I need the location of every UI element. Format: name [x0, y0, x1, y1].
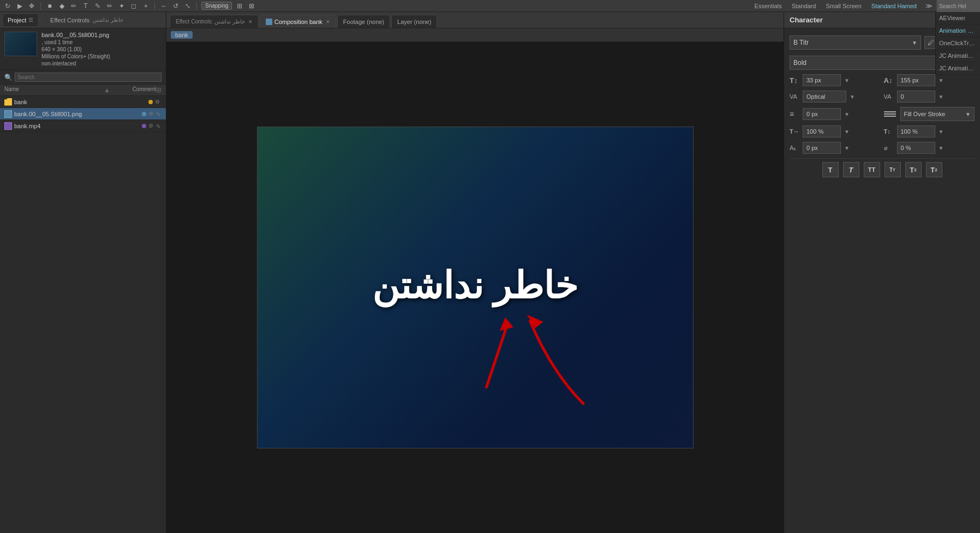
- snapping-icon-1[interactable]: ⊞: [235, 2, 244, 10]
- comp-tab-layer[interactable]: Layer (none): [391, 15, 437, 28]
- font-size-box[interactable]: 33 px: [803, 74, 841, 86]
- workspace-standard[interactable]: Standard: [790, 0, 818, 12]
- note-icon-video: ✎: [156, 123, 162, 129]
- fill-stroke-select[interactable]: Fill Over Stroke ▼: [900, 107, 975, 121]
- toolbar-icon-5[interactable]: ◆: [57, 2, 66, 10]
- proportion-box[interactable]: 0 %: [897, 142, 935, 154]
- workspace-standard-hamed[interactable]: Standard Hamed: [869, 0, 919, 12]
- tt-btn-tt[interactable]: TT: [864, 162, 880, 177]
- comp-icon: [266, 19, 272, 25]
- effect-ctrl-label: Effect Controls: خاطر نداشتن: [176, 19, 245, 25]
- toolbar-icon-2[interactable]: ▶: [15, 2, 24, 10]
- sep3: [196, 2, 197, 10]
- toolbar-icon-camera[interactable]: ⌖: [141, 2, 150, 10]
- stroke-line-3: [884, 116, 896, 117]
- scale-h-icon: T↔: [790, 128, 800, 135]
- kerning-value-box[interactable]: 0: [897, 91, 935, 103]
- panel-tabs: Project ☰ | Effect Controls خاطر نداشتن: [0, 12, 166, 28]
- file-item-bank[interactable]: bank ⚙: [0, 96, 166, 108]
- overlay-jc2[interactable]: JC Animation Cre...: [936, 62, 980, 75]
- font-size-dropdown[interactable]: ▼: [844, 77, 850, 83]
- canvas-area[interactable]: خاطر نداشتن: [166, 42, 784, 533]
- search-top[interactable]: Search Hel: [936, 0, 980, 12]
- scale-h-dropdown[interactable]: ▼: [844, 129, 850, 135]
- bank-pill[interactable]: bank: [171, 31, 193, 39]
- tab-project[interactable]: Project ☰: [3, 14, 38, 26]
- file-item-still[interactable]: bank.00__05.Still001.png ⚙ ✎: [0, 108, 166, 120]
- scale-v-dropdown[interactable]: ▼: [939, 129, 944, 135]
- left-panel: Project ☰ | Effect Controls خاطر نداشتن …: [0, 12, 166, 533]
- toolbar-icon-rotate[interactable]: ↺: [171, 2, 180, 10]
- overlay-animation-comp[interactable]: Animation Comp...: [936, 25, 980, 37]
- baseline-box[interactable]: 0 px: [803, 142, 841, 154]
- scale-v-icon: T↕: [884, 128, 895, 135]
- toolbar-icon-stamp[interactable]: ✦: [117, 2, 126, 10]
- overlay-jc1[interactable]: JC Animation Cre...: [936, 50, 980, 62]
- scale-h-box[interactable]: 100 %: [803, 125, 841, 137]
- toolbar-icon-brush[interactable]: ✏: [105, 2, 114, 10]
- file-name-video: bank.mp4: [14, 123, 142, 129]
- search-input[interactable]: [15, 73, 162, 82]
- svg-marker-2: [527, 315, 543, 328]
- toolbar-icon-move[interactable]: ↔: [159, 2, 168, 10]
- tt-btn-italic[interactable]: T: [843, 162, 859, 177]
- comp-tab-footage[interactable]: Footage (none): [337, 15, 390, 28]
- toolbar-icon-pen2[interactable]: ✎: [93, 2, 102, 10]
- toolbar-icon-pen[interactable]: ✏: [69, 2, 78, 10]
- gear-icon-bank[interactable]: ⚙: [155, 99, 162, 105]
- toolbar-icon-t[interactable]: T: [81, 2, 90, 10]
- overlay-aeviewer[interactable]: AEViewer: [936, 12, 980, 25]
- sort-asc-icon[interactable]: ▲: [104, 86, 110, 94]
- comp-tab-effect[interactable]: Effect Controls: خاطر نداشتن ✕: [170, 15, 259, 28]
- workspace-essentials[interactable]: Essentials: [752, 0, 784, 12]
- scale-v-box[interactable]: 100 %: [897, 125, 935, 137]
- stroke-line-1: [884, 111, 896, 112]
- file-item-video[interactable]: bank.mp4 ⚙ ✎: [0, 120, 166, 132]
- baseline-dropdown[interactable]: ▼: [844, 145, 850, 151]
- eyedropper-icon: 🖊: [928, 39, 934, 46]
- overlay-oneclick[interactable]: OneClickTransiti...: [936, 37, 980, 50]
- size-tracking-row: T↕ 33 px ▼ A↕ 155 px ▼: [790, 74, 975, 86]
- font-size-item: T↕ 33 px ▼: [790, 74, 881, 86]
- tracking-box[interactable]: 155 px: [897, 74, 935, 86]
- tt-btn-super[interactable]: T2: [905, 162, 922, 177]
- leading-box[interactable]: 0 px: [803, 108, 841, 120]
- toolbar-icon-scale[interactable]: ⤡: [183, 2, 192, 10]
- toolbar-icon-eraser[interactable]: ◻: [129, 2, 138, 10]
- proportion-dropdown[interactable]: ▼: [939, 145, 944, 151]
- font-name-select[interactable]: B Titr ▼: [790, 35, 921, 50]
- comp-tab-bank[interactable]: Composition bank ✕: [260, 15, 336, 28]
- folder-icon: [4, 98, 12, 106]
- proportion-icon: ⌀: [884, 145, 895, 152]
- kerning-item: VA Optical ▼: [790, 91, 881, 103]
- tt-btn-smallcaps[interactable]: TT: [885, 162, 901, 177]
- toolbar-icon-3[interactable]: ✥: [27, 2, 36, 10]
- kerning-box[interactable]: Optical: [803, 91, 846, 103]
- comp-tab-close[interactable]: ✕: [326, 19, 330, 25]
- gear-icon-still[interactable]: ⚙: [148, 111, 155, 117]
- snapping-button[interactable]: Snapping: [201, 2, 232, 10]
- baseline-item: A₂ 0 px ▼: [790, 142, 881, 154]
- toolbar-icon-4[interactable]: ■: [45, 2, 54, 10]
- kerning-val-dropdown[interactable]: ▼: [939, 94, 944, 100]
- gear-icon-video[interactable]: ⚙: [148, 123, 155, 129]
- add-item-btn[interactable]: ⊞: [156, 86, 162, 94]
- leading-row: ≡ 0 px ▼ Fill Over Stroke ▼: [790, 107, 975, 121]
- file-detail-0: , used 1 time: [41, 39, 110, 45]
- tracking-dropdown[interactable]: ▼: [939, 77, 944, 83]
- leading-dropdown[interactable]: ▼: [844, 111, 850, 117]
- workspace-more[interactable]: ≫: [924, 2, 933, 10]
- toolbar-icon-1[interactable]: ↻: [3, 2, 12, 10]
- subtitle-tabs: bank: [166, 28, 784, 42]
- video-icon: [4, 122, 12, 130]
- tt-btn-bold[interactable]: T: [822, 162, 839, 177]
- search-row: 🔍: [0, 70, 166, 85]
- project-menu[interactable]: ☰: [28, 17, 33, 23]
- tt-btn-sub[interactable]: T2: [926, 162, 942, 177]
- workspace-small-screen[interactable]: Small Screen: [823, 0, 863, 12]
- tab-effect-controls[interactable]: Effect Controls خاطر نداشتن: [46, 14, 128, 26]
- effect-ctrl-close[interactable]: ✕: [248, 19, 253, 25]
- snapping-icon-2[interactable]: ⊠: [247, 2, 256, 10]
- kerning-dropdown[interactable]: ▼: [850, 94, 855, 100]
- search-top-text: Search Hel: [939, 3, 966, 9]
